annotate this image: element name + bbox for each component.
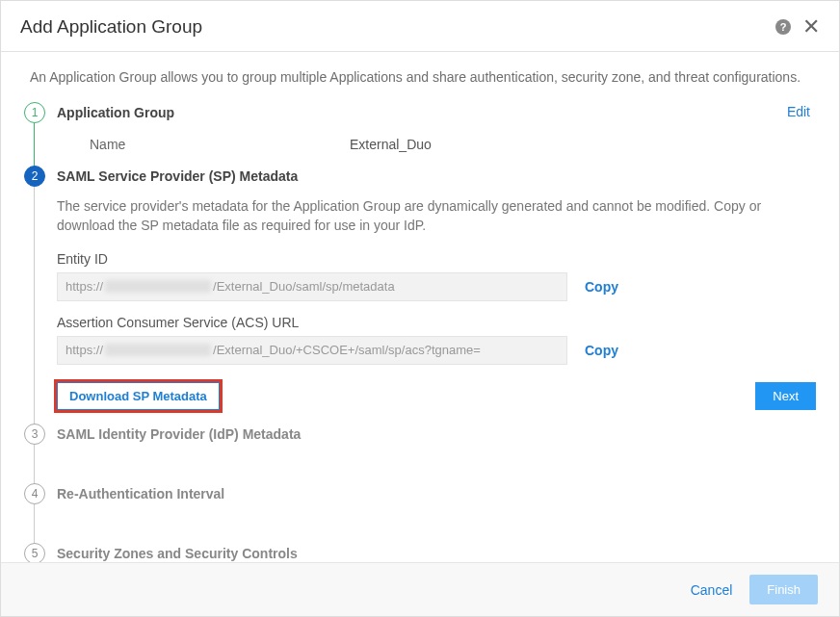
step-title: SAML Identity Provider (IdP) Metadata: [57, 424, 816, 454]
acs-url-group: Assertion Consumer Service (ACS) URL htt…: [57, 315, 816, 378]
step-connector: [34, 504, 35, 545]
modal-footer: Cancel Finish: [1, 562, 839, 616]
step-number-3: 3: [24, 424, 45, 445]
header-icons: ? ✕: [775, 16, 820, 38]
cancel-button[interactable]: Cancel: [691, 582, 733, 598]
acs-url-suffix: /External_Duo/+CSCOE+/saml/sp/acs?tgname…: [213, 343, 481, 357]
name-label: Name: [90, 137, 350, 152]
modal-header: Add Application Group ? ✕: [1, 1, 839, 52]
entity-id-suffix: /External_Duo/saml/sp/metadata: [213, 279, 395, 294]
step1-name-row: Name External_Duo: [57, 133, 816, 166]
step-reauth-interval: 4 Re-Authentication Interval: [24, 483, 816, 543]
entity-id-field[interactable]: https:// /External_Duo/saml/sp/metadata: [57, 272, 567, 301]
step-number-1: 1: [24, 102, 45, 123]
step-title: Application Group: [57, 102, 816, 133]
step-sp-metadata: 2 SAML Service Provider (SP) Metadata Th…: [24, 166, 816, 424]
step-idp-metadata: 3 SAML Identity Provider (IdP) Metadata: [24, 424, 816, 483]
name-value: External_Duo: [350, 137, 432, 152]
next-button[interactable]: Next: [755, 382, 816, 410]
entity-id-prefix: https://: [66, 279, 103, 294]
step-number-5: 5: [24, 543, 45, 564]
help-icon[interactable]: ?: [775, 19, 791, 35]
step-connector: [34, 187, 35, 425]
copy-acs-url-button[interactable]: Copy: [585, 343, 618, 358]
step-connector: [34, 445, 35, 485]
finish-button[interactable]: Finish: [749, 575, 818, 604]
step-number-2: 2: [24, 166, 45, 187]
acs-url-label: Assertion Consumer Service (ACS) URL: [57, 315, 816, 336]
step-connector: [34, 123, 35, 167]
redacted-host: [105, 280, 211, 293]
redacted-host: [105, 344, 211, 356]
page-title: Add Application Group: [20, 16, 202, 38]
entity-id-label: Entity ID: [57, 251, 816, 272]
intro-text: An Application Group allows you to group…: [1, 52, 839, 102]
entity-id-group: Entity ID https:// /External_Duo/saml/sp…: [57, 251, 816, 315]
step-title: Re-Authentication Interval: [57, 483, 816, 514]
edit-link[interactable]: Edit: [787, 104, 810, 119]
copy-entity-id-button[interactable]: Copy: [585, 279, 618, 295]
step2-description: The service provider's metadata for the …: [57, 196, 816, 251]
step-title: SAML Service Provider (SP) Metadata: [57, 166, 816, 196]
step2-actions: Download SP Metadata Next: [57, 378, 816, 424]
close-icon[interactable]: ✕: [802, 16, 820, 38]
acs-url-field[interactable]: https:// /External_Duo/+CSCOE+/saml/sp/a…: [57, 336, 567, 365]
step-number-4: 4: [24, 483, 45, 504]
step-application-group: 1 Application Group Edit Name External_D…: [24, 102, 816, 166]
wizard-steps: 1 Application Group Edit Name External_D…: [1, 102, 839, 574]
download-sp-metadata-button[interactable]: Download SP Metadata: [57, 382, 220, 410]
acs-url-prefix: https://: [66, 343, 103, 357]
